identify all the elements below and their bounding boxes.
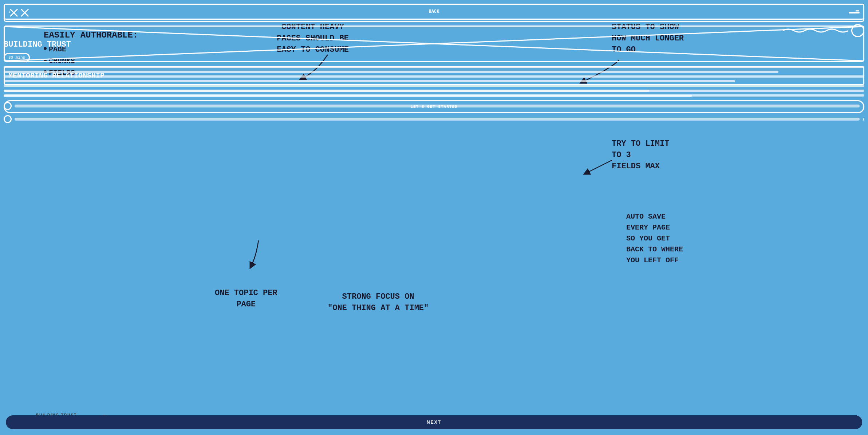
sketch2-content-lines [4,66,864,97]
sketch2-wavy-line-svg [783,27,848,34]
annotation-one-topic-line1: One topic per [215,288,277,299]
sketch2-inner: ‹ BACK ≡ BUILDING TRUST 30 mins LET [4,4,864,431]
sketch2-cta-button[interactable]: LET'S GET STARTED [4,100,864,113]
annotation-auto-save-line4: back to where [626,244,683,255]
sketch2-wavy-area [4,24,864,37]
sketch2-cta-label: LET'S GET STARTED [410,105,457,109]
sketch2-back-label: BACK [429,9,439,14]
annotation-strong-focus-line1: Strong focus on [328,291,429,303]
sketch2-badge: 30 mins [4,53,30,62]
annotation-one-topic: One topic per page [215,288,277,310]
annotation-3fields-line2: to 3 [612,150,669,161]
annotation-auto-save: Auto save every page so you get back to … [626,211,683,266]
annotation-strong-focus: Strong focus on "One thing at a time" [328,291,429,314]
annotation-strong-focus-line2: "One thing at a time" [328,303,429,314]
sketch-phone-2: ‹ BACK ≡ BUILDING TRUST 30 mins LET [0,204,106,408]
sketch2-menu-icon: ≡ [855,8,860,16]
annotation-auto-save-line5: you left off [626,255,683,266]
annotation-one-topic-line2: page [215,299,277,310]
sketch2-title: BUILDING TRUST [4,40,864,49]
sketch2-back-icon: ‹ [8,8,10,15]
annotation-auto-save-line1: Auto save [626,211,683,222]
sketch2-circle-avatar [851,24,864,37]
annotation-3-fields: Try to limit to 3 fields max [612,138,669,172]
sketch2-header: ‹ BACK ≡ [4,4,864,20]
arrow-one-topic [248,240,277,270]
annotation-3fields-line3: fields max [612,161,669,172]
annotation-auto-save-line3: so you get [626,233,683,244]
annotation-3fields-line1: Try to limit [612,138,669,150]
annotation-auto-save-line2: every page [626,222,683,233]
